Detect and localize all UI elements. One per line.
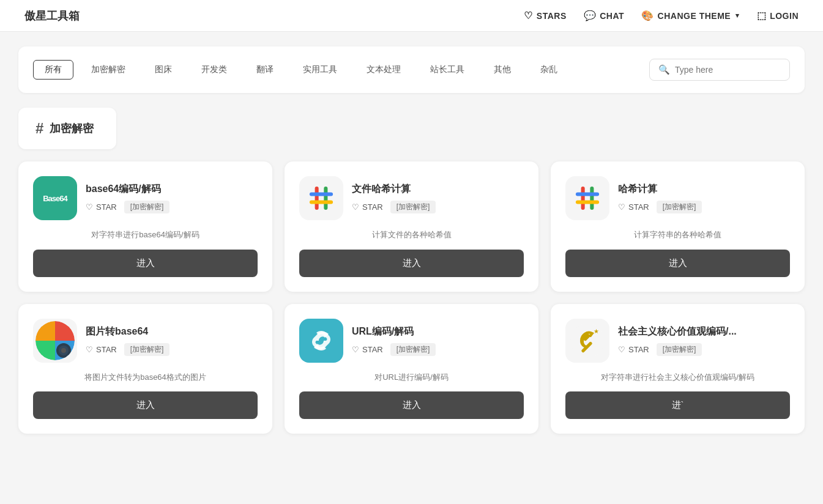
- star-button[interactable]: ♡ STAR: [352, 202, 383, 212]
- enter-button[interactable]: 进入: [33, 391, 258, 419]
- card-title-area: base64编码/解码 ♡ STAR [加密解密]: [86, 183, 258, 213]
- filter-dev[interactable]: 开发类: [190, 60, 239, 80]
- card-meta: ♡ STAR [加密解密]: [86, 343, 258, 356]
- card-title: URL编码/解码: [352, 325, 524, 338]
- card-desc: 将图片文件转为base64格式的图片: [33, 371, 258, 384]
- star-button[interactable]: ♡ STAR: [86, 345, 117, 354]
- svg-rect-3: [310, 200, 333, 204]
- card-header: Base64 base64编码/解码 ♡ STAR [加密解密]: [33, 176, 258, 220]
- filter-misc[interactable]: 杂乱: [529, 60, 569, 80]
- card-header: ★ 社会主义核心价值观编码/... ♡ STAR [加密解密]: [565, 319, 790, 363]
- heart-icon: ♡: [352, 345, 359, 354]
- card-header: 哈希计算 ♡ STAR [加密解密]: [565, 176, 790, 220]
- svg-rect-7: [576, 200, 599, 204]
- card-meta: ♡ STAR [加密解密]: [352, 201, 524, 213]
- heart-icon: ♡: [352, 202, 359, 212]
- card-title-area: 图片转base64 ♡ STAR [加密解密]: [86, 325, 258, 356]
- card-title-area: 社会主义核心价值观编码/... ♡ STAR [加密解密]: [618, 325, 790, 356]
- star-button[interactable]: ♡ STAR: [618, 345, 649, 354]
- filter-text[interactable]: 文本处理: [355, 60, 412, 80]
- nav-stars-label: STARS: [537, 11, 567, 21]
- base64-icon: Base64: [33, 176, 77, 220]
- enter-button[interactable]: 进`: [565, 391, 790, 419]
- card-meta: ♡ STAR [加密解密]: [618, 343, 790, 356]
- card-url-encode: URL编码/解码 ♡ STAR [加密解密] 对URL进行编码/解码 进入: [285, 304, 538, 434]
- card-desc: 对字符串进行社会主义核心价值观编码/解码: [565, 371, 790, 384]
- nav-chat-label: CHAT: [600, 11, 624, 21]
- enter-button[interactable]: 进入: [299, 250, 524, 277]
- heart-icon: ♡: [618, 202, 625, 212]
- file-hash-icon: [299, 176, 343, 220]
- filter-crypto[interactable]: 加密解密: [80, 60, 137, 80]
- logo: 傲星工具箱: [24, 9, 80, 23]
- card-title: 社会主义核心价值观编码/...: [618, 325, 790, 338]
- card-file-hash: 文件哈希计算 ♡ STAR [加密解密] 计算文件的各种哈希值 进入: [285, 161, 538, 292]
- tag-badge: [加密解密]: [124, 201, 170, 213]
- filter-tags: 所有 加密解密 图床 开发类 翻译 实用工具 文本处理 站长工具 其他 杂乱: [33, 60, 569, 80]
- card-base64: Base64 base64编码/解码 ♡ STAR [加密解密] 对字符串进行b…: [18, 161, 272, 292]
- star-button[interactable]: ♡ STAR: [352, 345, 383, 354]
- enter-button[interactable]: 进入: [299, 391, 524, 419]
- svg-point-11: [61, 348, 66, 353]
- hash-icon: [565, 176, 609, 220]
- filter-webmaster[interactable]: 站长工具: [419, 60, 476, 80]
- card-header: 图片转base64 ♡ STAR [加密解密]: [33, 319, 258, 363]
- star-label: STAR: [96, 345, 117, 354]
- main: # 加密解密 Base64 base64编码/解码 ♡ STAR [加密解密]: [0, 93, 823, 448]
- svg-rect-5: [590, 187, 594, 210]
- card-meta: ♡ STAR [加密解密]: [618, 201, 790, 213]
- svg-rect-6: [576, 192, 599, 196]
- card-img-base64: 图片转base64 ♡ STAR [加密解密] 将图片文件转为base64格式的…: [18, 304, 272, 434]
- card-hash: 哈希计算 ♡ STAR [加密解密] 计算字符串的各种哈希值 进入: [551, 161, 805, 292]
- card-desc: 计算字符串的各种哈希值: [565, 229, 790, 241]
- filter-all[interactable]: 所有: [33, 60, 73, 80]
- tag-badge: [加密解密]: [390, 201, 436, 213]
- svg-rect-4: [581, 187, 585, 210]
- card-title-area: URL编码/解码 ♡ STAR [加密解密]: [352, 325, 524, 356]
- filter-translate[interactable]: 翻译: [245, 60, 285, 80]
- header-nav: ♡ STARS 💬 CHAT 🎨 CHANGE THEME ▾ ⬚ LOGIN: [524, 10, 799, 21]
- search-icon: 🔍: [658, 64, 670, 75]
- tag-badge: [加密解密]: [124, 343, 170, 356]
- filter-other[interactable]: 其他: [482, 60, 523, 80]
- card-title-area: 哈希计算 ♡ STAR [加密解密]: [618, 183, 790, 213]
- star-label: STAR: [628, 202, 649, 212]
- svg-rect-1: [324, 187, 327, 210]
- card-meta: ♡ STAR [加密解密]: [86, 201, 258, 213]
- header: 傲星工具箱 ♡ STARS 💬 CHAT 🎨 CHANGE THEME ▾ ⬚ …: [0, 0, 823, 32]
- card-desc: 对URL进行编码/解码: [299, 371, 524, 384]
- filter-tools[interactable]: 实用工具: [291, 60, 349, 80]
- nav-chat[interactable]: 💬 CHAT: [584, 10, 624, 21]
- star-label: STAR: [96, 202, 117, 212]
- nav-login[interactable]: ⬚ LOGIN: [757, 10, 799, 21]
- star-label: STAR: [628, 345, 649, 354]
- category-hash: #: [35, 120, 43, 137]
- theme-icon: 🎨: [641, 10, 654, 21]
- search-input[interactable]: [675, 65, 781, 75]
- category-header: # 加密解密: [18, 108, 116, 149]
- nav-stars[interactable]: ♡ STARS: [524, 10, 566, 21]
- card-title: 图片转base64: [86, 325, 258, 338]
- card-desc: 计算文件的各种哈希值: [299, 229, 524, 241]
- nav-theme[interactable]: 🎨 CHANGE THEME ▾: [641, 10, 740, 21]
- svg-text:★: ★: [594, 328, 599, 335]
- enter-button[interactable]: 进入: [33, 250, 258, 277]
- star-button[interactable]: ♡ STAR: [618, 202, 649, 212]
- chat-icon: 💬: [584, 10, 597, 21]
- filter-image[interactable]: 图床: [143, 60, 184, 80]
- enter-button[interactable]: 进入: [565, 250, 790, 277]
- card-desc: 对字符串进行base64编码/解码: [33, 229, 258, 241]
- card-title: 哈希计算: [618, 183, 790, 196]
- svg-point-12: [570, 324, 605, 358]
- card-title: 文件哈希计算: [352, 183, 524, 196]
- login-icon: ⬚: [757, 10, 767, 21]
- url-icon: [299, 319, 343, 363]
- heart-icon: ♡: [86, 345, 93, 354]
- star-button[interactable]: ♡ STAR: [86, 202, 117, 212]
- category-title: 加密解密: [50, 121, 94, 136]
- search-box[interactable]: 🔍: [649, 59, 790, 81]
- star-label: STAR: [362, 345, 383, 354]
- heart-icon: ♡: [86, 202, 93, 212]
- heart-icon: ♡: [524, 10, 533, 21]
- tag-badge: [加密解密]: [657, 201, 702, 213]
